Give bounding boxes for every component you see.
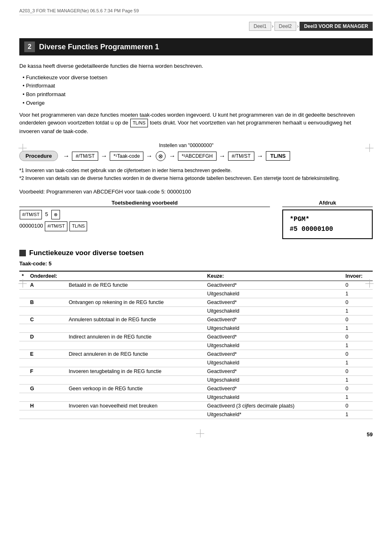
letter-cell bbox=[28, 341, 66, 350]
tab-deel2[interactable]: Deel2 bbox=[274, 22, 296, 31]
bullet-list: Functiekeuze voor diverse toetsen Printf… bbox=[23, 74, 373, 108]
keuze-cell: Uitgeschakeld bbox=[205, 289, 343, 298]
section-heading: 2 Diverse Functies Programmeren 1 bbox=[19, 38, 373, 55]
letter-cell: F bbox=[28, 367, 66, 375]
print-line1: *PGM* bbox=[290, 214, 365, 224]
table-row: GGeen verkoop in de REG functieGeactivee… bbox=[19, 384, 373, 393]
key-hmst2: #/TM/ST bbox=[45, 221, 67, 231]
keuze-cell: Geactiveerd* bbox=[205, 350, 343, 358]
star-cell bbox=[19, 289, 28, 298]
footnote-1: *1 Invoeren van taak-codes met gebruik v… bbox=[19, 167, 373, 175]
invoer-cell: 0 bbox=[343, 298, 373, 306]
invoer-cell: 1 bbox=[343, 410, 373, 419]
step-tlns: TL/NS bbox=[266, 151, 291, 161]
invoer-cell: 1 bbox=[343, 393, 373, 401]
table-row: Uitgeschakeld1 bbox=[19, 324, 373, 332]
star-cell bbox=[19, 410, 28, 419]
star-cell bbox=[19, 324, 28, 332]
keuze-cell: Uitgeschakeld bbox=[205, 358, 343, 367]
keuze-cell: Geactiveerd* bbox=[205, 298, 343, 306]
key-hmst: #/TM/ST bbox=[20, 210, 42, 220]
description-cell bbox=[66, 410, 205, 419]
letter-cell bbox=[28, 375, 66, 384]
letter-cell: D bbox=[28, 332, 66, 341]
example-label: Voorbeeld: Programmeren van ABCDEFGH voo… bbox=[19, 189, 373, 195]
function-table: * Onderdeel: Keuze: Invoer: ABetaald in … bbox=[19, 271, 373, 419]
star-cell bbox=[19, 375, 28, 384]
keuze-cell: Geactiveerd* bbox=[205, 315, 343, 324]
list-item: Bon printformaat bbox=[23, 90, 373, 99]
example-left: Toetsbediening voorbeeld #/TM/ST 5 ⊗ 000… bbox=[19, 200, 270, 232]
print-output: *PGM* #5 00000100 bbox=[282, 210, 373, 239]
table-row: Uitgeschakeld1 bbox=[19, 358, 373, 367]
invoer-cell: 1 bbox=[343, 375, 373, 384]
invoer-cell: 0 bbox=[343, 315, 373, 324]
print-line2: #5 00000100 bbox=[290, 224, 365, 234]
table-row: BOntvangen op rekening in de REG functie… bbox=[19, 298, 373, 306]
star-cell bbox=[19, 315, 28, 324]
star-cell bbox=[19, 367, 28, 375]
subsection-heading: Functiekeuze voor diverse toetsen bbox=[19, 249, 373, 257]
intro-extra: Voor het programmeren van deze functies … bbox=[19, 111, 373, 136]
description-cell bbox=[66, 375, 205, 384]
star-cell bbox=[19, 393, 28, 401]
table-row: EDirect annuleren in de REG functieGeact… bbox=[19, 350, 373, 358]
navigation-tabs: Deel1 › Deel2 › Deel3 VOOR DE MANAGER bbox=[19, 22, 373, 31]
nav-arrow-1: › bbox=[272, 23, 274, 29]
description-cell bbox=[66, 324, 205, 332]
step-abcdefgh: *²ABCDEFGH bbox=[178, 152, 216, 161]
star-cell bbox=[19, 384, 28, 393]
letter-cell bbox=[28, 289, 66, 298]
keuze-cell: Uitgeschakeld bbox=[205, 324, 343, 332]
description-cell bbox=[66, 306, 205, 315]
table-row: CAnnuleren subtotaal in de REG functieGe… bbox=[19, 315, 373, 324]
th-onderdeel: Onderdeel: bbox=[28, 271, 66, 281]
instellen-note: Instellen van "00000000" bbox=[159, 143, 214, 148]
procedure-row: Procedure → #/TM/ST → *¹Taak-code → ⊗ → … bbox=[19, 151, 373, 161]
star-cell bbox=[19, 332, 28, 341]
section-number: 2 bbox=[24, 41, 35, 52]
key-cross: ⊗ bbox=[51, 210, 60, 220]
procedure-label: Procedure bbox=[19, 151, 58, 161]
description-cell: Ontvangen op rekening in de REG functie bbox=[66, 298, 205, 306]
letter-cell: B bbox=[28, 298, 66, 306]
tlns-key: TL/NS bbox=[130, 119, 148, 127]
th-description bbox=[66, 271, 205, 281]
subsection-title: Functiekeuze voor diverse toetsen bbox=[29, 249, 144, 257]
letter-cell bbox=[28, 324, 66, 332]
section-title: Diverse Functies Programmeren 1 bbox=[39, 43, 159, 51]
list-item: Overige bbox=[23, 99, 373, 108]
description-cell: Invoeren terugbetaling in de REG functie bbox=[66, 367, 205, 375]
letter-cell bbox=[28, 393, 66, 401]
tab-deel1[interactable]: Deel1 bbox=[249, 22, 271, 31]
invoer-cell: 1 bbox=[343, 289, 373, 298]
table-row: FInvoeren terugbetaling in de REG functi… bbox=[19, 367, 373, 375]
footnotes: *1 Invoeren van taak-codes met gebruik v… bbox=[19, 167, 373, 182]
description-cell bbox=[66, 341, 205, 350]
taak-code-line: Taak-code: 5 bbox=[19, 260, 373, 267]
keuze-cell: Geactiveerd* bbox=[205, 281, 343, 289]
table-row: ABetaald in de REG functieGeactiveerd*0 bbox=[19, 281, 373, 289]
intro-main: De kassa heeft diverse gedetailleerde fu… bbox=[19, 62, 373, 70]
letter-cell: G bbox=[28, 384, 66, 393]
crosshair-bottom bbox=[196, 429, 204, 438]
table-row: Uitgeschakeld1 bbox=[19, 375, 373, 384]
table-row: HInvoeren van hoeveelheid met breukenGea… bbox=[19, 401, 373, 410]
invoer-cell: 1 bbox=[343, 341, 373, 350]
letter-cell: A bbox=[28, 281, 66, 289]
description-cell bbox=[66, 289, 205, 298]
description-cell: Indirect annuleren in de REG functie bbox=[66, 332, 205, 341]
invoer-cell: 0 bbox=[343, 350, 373, 358]
letter-cell bbox=[28, 410, 66, 419]
description-cell: Geen verkoop in de REG functie bbox=[66, 384, 205, 393]
table-row: DIndirect annuleren in de REG functieGea… bbox=[19, 332, 373, 341]
invoer-cell: 0 bbox=[343, 384, 373, 393]
filename-text: A203_3 FOR THE MANAGER(Ne) 06.5.6 7:34 P… bbox=[19, 8, 139, 13]
key-seq-line2: 00000100 #/TM/ST TL/NS bbox=[19, 221, 270, 231]
description-cell: Invoeren van hoeveelheid met breuken bbox=[66, 401, 205, 410]
invoer-cell: 0 bbox=[343, 401, 373, 410]
star-cell bbox=[19, 401, 28, 410]
tab-deel3[interactable]: Deel3 VOOR DE MANAGER bbox=[300, 22, 373, 31]
table-row: Uitgeschakeld1 bbox=[19, 306, 373, 315]
example-right: Afdruk *PGM* #5 00000100 bbox=[282, 200, 373, 239]
